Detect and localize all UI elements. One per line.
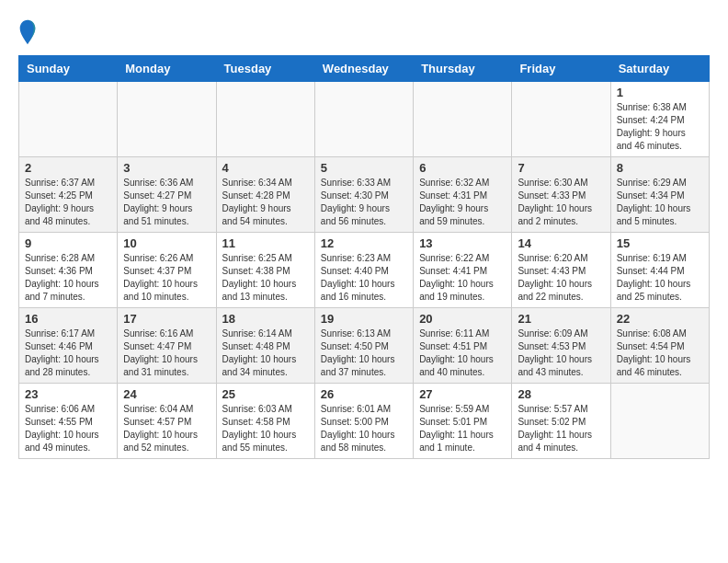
- week-row-2: 2Sunrise: 6:37 AM Sunset: 4:25 PM Daylig…: [19, 157, 710, 233]
- day-number: 2: [25, 161, 111, 175]
- day-number: 5: [321, 161, 407, 175]
- day-number: 23: [25, 387, 111, 401]
- day-info: Sunrise: 6:11 AM Sunset: 4:51 PM Dayligh…: [419, 327, 506, 379]
- day-info: Sunrise: 6:20 AM Sunset: 4:43 PM Dayligh…: [518, 252, 604, 304]
- calendar-cell: 4Sunrise: 6:34 AM Sunset: 4:28 PM Daylig…: [216, 157, 314, 233]
- day-number: 19: [321, 312, 407, 326]
- day-info: Sunrise: 6:33 AM Sunset: 4:30 PM Dayligh…: [321, 177, 407, 228]
- calendar-cell: 6Sunrise: 6:32 AM Sunset: 4:31 PM Daylig…: [414, 157, 512, 233]
- day-number: 8: [617, 161, 703, 175]
- weekday-header-thursday: Thursday: [414, 56, 512, 82]
- day-info: Sunrise: 6:04 AM Sunset: 4:57 PM Dayligh…: [123, 403, 210, 454]
- calendar-cell: 7Sunrise: 6:30 AM Sunset: 4:33 PM Daylig…: [512, 157, 610, 233]
- calendar-cell: 2Sunrise: 6:37 AM Sunset: 4:25 PM Daylig…: [19, 157, 118, 233]
- day-info: Sunrise: 6:34 AM Sunset: 4:28 PM Dayligh…: [222, 177, 309, 228]
- day-info: Sunrise: 6:25 AM Sunset: 4:38 PM Dayligh…: [222, 252, 309, 304]
- weekday-header-sunday: Sunday: [19, 56, 118, 82]
- day-number: 28: [518, 387, 604, 401]
- day-info: Sunrise: 6:19 AM Sunset: 4:44 PM Dayligh…: [617, 252, 703, 304]
- calendar-cell: [512, 82, 610, 157]
- day-number: 25: [222, 387, 309, 401]
- logo: [18, 18, 40, 46]
- day-info: Sunrise: 6:30 AM Sunset: 4:33 PM Dayligh…: [518, 177, 604, 228]
- day-info: Sunrise: 6:36 AM Sunset: 4:27 PM Dayligh…: [123, 177, 210, 228]
- calendar-cell: 8Sunrise: 6:29 AM Sunset: 4:34 PM Daylig…: [610, 157, 709, 233]
- week-row-5: 23Sunrise: 6:06 AM Sunset: 4:55 PM Dayli…: [19, 384, 710, 459]
- logo-icon: [18, 18, 37, 46]
- calendar-cell: [414, 82, 512, 157]
- calendar-cell: 25Sunrise: 6:03 AM Sunset: 4:58 PM Dayli…: [216, 384, 314, 459]
- day-number: 1: [617, 86, 703, 99]
- day-number: 12: [321, 236, 407, 250]
- week-row-3: 9Sunrise: 6:28 AM Sunset: 4:36 PM Daylig…: [19, 233, 710, 308]
- day-number: 11: [222, 236, 309, 250]
- calendar-cell: 24Sunrise: 6:04 AM Sunset: 4:57 PM Dayli…: [118, 384, 216, 459]
- calendar-cell: [19, 82, 118, 157]
- day-number: 18: [222, 312, 309, 326]
- day-info: Sunrise: 6:03 AM Sunset: 4:58 PM Dayligh…: [222, 403, 309, 454]
- day-info: Sunrise: 6:08 AM Sunset: 4:54 PM Dayligh…: [617, 327, 703, 379]
- calendar-cell: 13Sunrise: 6:22 AM Sunset: 4:41 PM Dayli…: [414, 233, 512, 308]
- page-header: [18, 18, 710, 46]
- day-info: Sunrise: 6:23 AM Sunset: 4:40 PM Dayligh…: [321, 252, 407, 304]
- calendar-cell: 21Sunrise: 6:09 AM Sunset: 4:53 PM Dayli…: [512, 308, 610, 384]
- calendar-cell: 28Sunrise: 5:57 AM Sunset: 5:02 PM Dayli…: [512, 384, 610, 459]
- day-info: Sunrise: 6:09 AM Sunset: 4:53 PM Dayligh…: [518, 327, 604, 379]
- weekday-header-wednesday: Wednesday: [314, 56, 413, 82]
- day-info: Sunrise: 6:01 AM Sunset: 5:00 PM Dayligh…: [321, 403, 407, 454]
- day-info: Sunrise: 6:29 AM Sunset: 4:34 PM Dayligh…: [617, 177, 703, 228]
- day-info: Sunrise: 6:26 AM Sunset: 4:37 PM Dayligh…: [123, 252, 210, 304]
- calendar-cell: 20Sunrise: 6:11 AM Sunset: 4:51 PM Dayli…: [414, 308, 512, 384]
- day-number: 27: [419, 387, 506, 401]
- week-row-4: 16Sunrise: 6:17 AM Sunset: 4:46 PM Dayli…: [19, 308, 710, 384]
- calendar-cell: 1Sunrise: 6:38 AM Sunset: 4:24 PM Daylig…: [610, 82, 709, 157]
- weekday-header-row: SundayMondayTuesdayWednesdayThursdayFrid…: [19, 56, 710, 82]
- calendar-cell: 19Sunrise: 6:13 AM Sunset: 4:50 PM Dayli…: [314, 308, 413, 384]
- day-info: Sunrise: 5:57 AM Sunset: 5:02 PM Dayligh…: [518, 403, 604, 454]
- calendar-cell: 16Sunrise: 6:17 AM Sunset: 4:46 PM Dayli…: [19, 308, 118, 384]
- weekday-header-saturday: Saturday: [610, 56, 709, 82]
- calendar-cell: [314, 82, 413, 157]
- day-info: Sunrise: 6:13 AM Sunset: 4:50 PM Dayligh…: [321, 327, 407, 379]
- day-number: 20: [419, 312, 506, 326]
- day-number: 4: [222, 161, 309, 175]
- day-number: 3: [123, 161, 210, 175]
- calendar-cell: 18Sunrise: 6:14 AM Sunset: 4:48 PM Dayli…: [216, 308, 314, 384]
- day-number: 21: [518, 312, 604, 326]
- day-number: 9: [25, 236, 111, 250]
- day-number: 10: [123, 236, 210, 250]
- day-number: 26: [321, 387, 407, 401]
- weekday-header-monday: Monday: [118, 56, 216, 82]
- calendar-cell: 23Sunrise: 6:06 AM Sunset: 4:55 PM Dayli…: [19, 384, 118, 459]
- calendar-cell: 15Sunrise: 6:19 AM Sunset: 4:44 PM Dayli…: [610, 233, 709, 308]
- calendar-cell: [118, 82, 216, 157]
- calendar-cell: 9Sunrise: 6:28 AM Sunset: 4:36 PM Daylig…: [19, 233, 118, 308]
- calendar-cell: 22Sunrise: 6:08 AM Sunset: 4:54 PM Dayli…: [610, 308, 709, 384]
- calendar-cell: 12Sunrise: 6:23 AM Sunset: 4:40 PM Dayli…: [314, 233, 413, 308]
- calendar-table: SundayMondayTuesdayWednesdayThursdayFrid…: [18, 55, 710, 459]
- day-number: 6: [419, 161, 506, 175]
- day-info: Sunrise: 6:37 AM Sunset: 4:25 PM Dayligh…: [25, 177, 111, 228]
- calendar-cell: 10Sunrise: 6:26 AM Sunset: 4:37 PM Dayli…: [118, 233, 216, 308]
- day-number: 17: [123, 312, 210, 326]
- day-info: Sunrise: 6:16 AM Sunset: 4:47 PM Dayligh…: [123, 327, 210, 379]
- day-info: Sunrise: 6:32 AM Sunset: 4:31 PM Dayligh…: [419, 177, 506, 228]
- day-number: 24: [123, 387, 210, 401]
- weekday-header-tuesday: Tuesday: [216, 56, 314, 82]
- calendar-cell: [610, 384, 709, 459]
- calendar-cell: 27Sunrise: 5:59 AM Sunset: 5:01 PM Dayli…: [414, 384, 512, 459]
- day-info: Sunrise: 6:22 AM Sunset: 4:41 PM Dayligh…: [419, 252, 506, 304]
- weekday-header-friday: Friday: [512, 56, 610, 82]
- day-number: 14: [518, 236, 604, 250]
- day-number: 15: [617, 236, 703, 250]
- calendar-cell: 11Sunrise: 6:25 AM Sunset: 4:38 PM Dayli…: [216, 233, 314, 308]
- day-info: Sunrise: 6:06 AM Sunset: 4:55 PM Dayligh…: [25, 403, 111, 454]
- week-row-1: 1Sunrise: 6:38 AM Sunset: 4:24 PM Daylig…: [19, 82, 710, 157]
- calendar-cell: 3Sunrise: 6:36 AM Sunset: 4:27 PM Daylig…: [118, 157, 216, 233]
- day-number: 13: [419, 236, 506, 250]
- calendar-cell: 14Sunrise: 6:20 AM Sunset: 4:43 PM Dayli…: [512, 233, 610, 308]
- day-number: 7: [518, 161, 604, 175]
- day-info: Sunrise: 5:59 AM Sunset: 5:01 PM Dayligh…: [419, 403, 506, 454]
- day-number: 22: [617, 312, 703, 326]
- calendar-cell: 5Sunrise: 6:33 AM Sunset: 4:30 PM Daylig…: [314, 157, 413, 233]
